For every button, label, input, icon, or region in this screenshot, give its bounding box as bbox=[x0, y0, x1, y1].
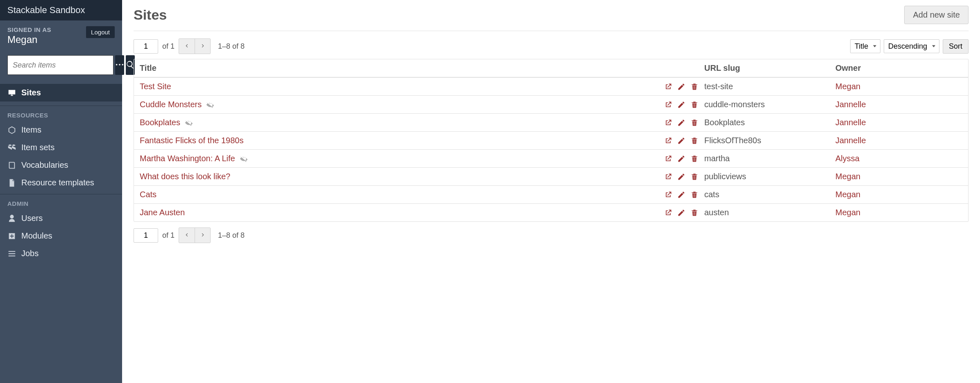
url-slug: cats bbox=[704, 190, 835, 199]
page-number-input[interactable] bbox=[134, 228, 158, 243]
pencil-icon[interactable] bbox=[677, 155, 685, 163]
owner-link[interactable]: Megan bbox=[835, 208, 860, 217]
nav-heading-resources: RESOURCES bbox=[0, 108, 122, 121]
site-title-link[interactable]: What does this look like? bbox=[140, 172, 230, 181]
sidebar-item-label: Jobs bbox=[21, 249, 39, 258]
trash-icon[interactable] bbox=[690, 119, 699, 127]
next-page-button[interactable] bbox=[195, 228, 210, 243]
url-slug: cuddle-monsters bbox=[704, 100, 835, 109]
add-new-site-button[interactable]: Add new site bbox=[904, 6, 969, 24]
sort-button[interactable]: Sort bbox=[943, 39, 969, 54]
table-row: Cuddle Monsterscuddle-monstersJannelle bbox=[134, 95, 968, 113]
sidebar-item-item-sets[interactable]: Item sets bbox=[0, 139, 122, 156]
pencil-icon[interactable] bbox=[677, 101, 685, 109]
url-slug: austen bbox=[704, 208, 835, 217]
search-input[interactable] bbox=[7, 55, 113, 75]
site-title-link[interactable]: Cuddle Monsters bbox=[140, 100, 202, 109]
url-slug: test-site bbox=[704, 82, 835, 91]
bars-icon bbox=[7, 249, 16, 258]
sidebar-item-vocabularies[interactable]: Vocabularies bbox=[0, 156, 122, 174]
nav-divider bbox=[0, 106, 122, 106]
url-slug: Bookplates bbox=[704, 118, 835, 127]
table-row: BookplatesBookplatesJannelle bbox=[134, 113, 968, 131]
chevron-left-icon bbox=[184, 232, 189, 239]
sidebar-item-items[interactable]: Items bbox=[0, 121, 122, 139]
trash-icon[interactable] bbox=[690, 191, 699, 199]
external-link-icon[interactable] bbox=[664, 119, 672, 127]
trash-icon[interactable] bbox=[690, 83, 699, 91]
prev-page-button[interactable] bbox=[179, 39, 195, 54]
site-title-link[interactable]: Martha Washington: A Life bbox=[140, 154, 235, 163]
owner-link[interactable]: Megan bbox=[835, 82, 860, 91]
prev-page-button[interactable] bbox=[179, 228, 195, 243]
external-link-icon[interactable] bbox=[664, 137, 672, 145]
external-link-icon[interactable] bbox=[664, 101, 672, 109]
sidebar-item-jobs[interactable]: Jobs bbox=[0, 245, 122, 262]
sites-table: Title URL slug Owner Test Sitetest-siteM… bbox=[134, 59, 969, 222]
owner-link[interactable]: Jannelle bbox=[835, 118, 866, 127]
pencil-icon[interactable] bbox=[677, 119, 685, 127]
monitor-icon bbox=[7, 88, 16, 97]
external-link-icon[interactable] bbox=[664, 173, 672, 181]
cubes-icon bbox=[7, 143, 16, 152]
external-link-icon[interactable] bbox=[664, 191, 672, 199]
user-icon bbox=[7, 214, 16, 223]
page-number-input[interactable] bbox=[134, 39, 158, 54]
site-title-link[interactable]: Fantastic Flicks of the 1980s bbox=[140, 136, 243, 145]
trash-icon[interactable] bbox=[690, 209, 699, 217]
sidebar-item-label: Modules bbox=[21, 231, 52, 241]
sort-by-select[interactable]: Title bbox=[850, 39, 880, 53]
owner-link[interactable]: Jannelle bbox=[835, 136, 866, 145]
table-row: What does this look like?publicviewsMega… bbox=[134, 167, 968, 185]
pencil-icon[interactable] bbox=[677, 137, 685, 145]
range-text: 1–8 of 8 bbox=[218, 42, 245, 51]
trash-icon[interactable] bbox=[690, 101, 699, 109]
eye-off-icon bbox=[184, 118, 193, 127]
owner-link[interactable]: Jannelle bbox=[835, 100, 866, 109]
site-title-link[interactable]: Cats bbox=[140, 190, 157, 199]
table-row: CatscatsMegan bbox=[134, 185, 968, 203]
site-title-link[interactable]: Bookplates bbox=[140, 118, 180, 127]
url-slug: martha bbox=[704, 154, 835, 163]
range-text: 1–8 of 8 bbox=[218, 231, 245, 240]
logout-button[interactable]: Logout bbox=[86, 26, 115, 38]
sidebar-item-resource-templates[interactable]: Resource templates bbox=[0, 174, 122, 192]
sidebar-item-label: Resource templates bbox=[21, 178, 94, 187]
eye-off-icon bbox=[239, 154, 248, 163]
chevron-right-icon bbox=[200, 43, 205, 50]
nav-heading-admin: ADMIN bbox=[0, 197, 122, 210]
table-row: Test Sitetest-siteMegan bbox=[134, 77, 968, 95]
owner-link[interactable]: Megan bbox=[835, 172, 860, 181]
trash-icon[interactable] bbox=[690, 173, 699, 181]
external-link-icon[interactable] bbox=[664, 209, 672, 217]
site-title-link[interactable]: Test Site bbox=[140, 82, 171, 91]
trash-icon[interactable] bbox=[690, 137, 699, 145]
main-content: Sites Add new site of 1 1–8 of 8 Title D… bbox=[122, 0, 980, 383]
pencil-icon[interactable] bbox=[677, 209, 685, 217]
sidebar-item-label: Item sets bbox=[21, 143, 54, 152]
owner-link[interactable]: Alyssa bbox=[835, 154, 860, 163]
next-page-button[interactable] bbox=[195, 39, 210, 54]
sidebar-item-label: Items bbox=[21, 125, 41, 135]
trash-icon[interactable] bbox=[690, 155, 699, 163]
sidebar-item-sites[interactable]: Sites bbox=[0, 84, 122, 101]
owner-link[interactable]: Megan bbox=[835, 190, 860, 199]
col-header-slug: URL slug bbox=[704, 63, 835, 73]
sort-dir-select[interactable]: Descending bbox=[884, 39, 939, 53]
col-header-owner: Owner bbox=[835, 63, 962, 73]
pencil-icon[interactable] bbox=[677, 83, 685, 91]
sidebar-item-label: Users bbox=[21, 214, 43, 223]
pencil-icon[interactable] bbox=[677, 173, 685, 181]
sidebar-item-modules[interactable]: Modules bbox=[0, 227, 122, 245]
external-link-icon[interactable] bbox=[664, 83, 672, 91]
external-link-icon[interactable] bbox=[664, 155, 672, 163]
cube-icon bbox=[7, 126, 16, 135]
plus-square-icon bbox=[7, 232, 16, 241]
table-row: Martha Washington: A LifemarthaAlyssa bbox=[134, 149, 968, 167]
page-of-text: of 1 bbox=[162, 231, 175, 240]
sidebar-item-label: Vocabularies bbox=[21, 160, 68, 170]
sidebar-item-users[interactable]: Users bbox=[0, 210, 122, 227]
pencil-icon[interactable] bbox=[677, 191, 685, 199]
page-of-text: of 1 bbox=[162, 42, 175, 51]
site-title-link[interactable]: Jane Austen bbox=[140, 208, 185, 217]
